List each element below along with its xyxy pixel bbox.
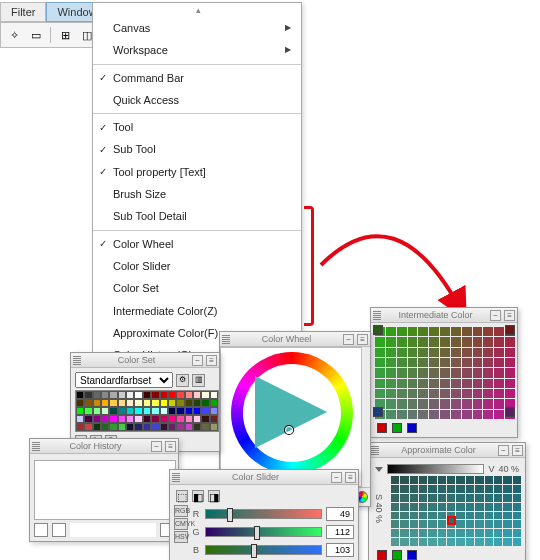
minimize-icon[interactable]: − bbox=[490, 310, 501, 321]
r-label: R bbox=[191, 509, 201, 519]
menu-intermediate[interactable]: Intermediate Color(Z) bbox=[93, 300, 301, 322]
r-slider[interactable] bbox=[205, 509, 322, 519]
menu-quickaccess[interactable]: Quick Access bbox=[93, 89, 301, 111]
fg-swatch[interactable] bbox=[34, 523, 48, 537]
color-wheel-area[interactable] bbox=[220, 347, 362, 487]
color-set-grid[interactable] bbox=[75, 390, 219, 432]
bracket-annotation bbox=[304, 206, 314, 326]
set-tool-icon[interactable]: ⚙ bbox=[176, 374, 189, 387]
tab-rgb[interactable]: RGB bbox=[174, 505, 188, 517]
menu-tool[interactable]: ✓Tool bbox=[93, 116, 301, 138]
panel-title: Approximate Color bbox=[382, 445, 495, 455]
tool-1[interactable]: ✧ bbox=[4, 25, 24, 45]
menu-brush[interactable]: Brush Size bbox=[93, 183, 301, 205]
bg-swatch[interactable] bbox=[52, 523, 66, 537]
gradient-strip[interactable] bbox=[387, 464, 484, 474]
b-value[interactable]: 103 bbox=[326, 543, 354, 557]
menu-icon[interactable]: ≡ bbox=[165, 441, 176, 452]
swatch-row bbox=[375, 423, 513, 433]
minimize-icon[interactable]: − bbox=[151, 441, 162, 452]
menu-subtool[interactable]: ✓Sub Tool bbox=[93, 138, 301, 160]
panel-color-history[interactable]: Color History−≡ bbox=[29, 438, 179, 542]
panel-title: Color Set bbox=[84, 355, 189, 365]
color-set-select[interactable]: Standardfarbset bbox=[75, 372, 173, 388]
v-value: 40 % bbox=[498, 464, 519, 474]
menu-icon[interactable]: ≡ bbox=[345, 472, 356, 483]
mode1-icon[interactable]: ⬚ bbox=[176, 490, 188, 502]
collapse-handle[interactable]: ▴ bbox=[93, 3, 301, 17]
menu-colorwheel[interactable]: ✓Color Wheel bbox=[93, 233, 301, 255]
minimize-icon[interactable]: − bbox=[343, 334, 354, 345]
panel-title: Color Slider bbox=[183, 472, 328, 482]
panel-title: Intermediate Color bbox=[384, 310, 487, 320]
approx-grid[interactable] bbox=[391, 476, 521, 546]
panel-color-slider[interactable]: Color Slider−≡ ⬚ ◧ ◨ RGB CMYK HSV R 49 G bbox=[169, 469, 359, 560]
minimize-icon[interactable]: − bbox=[331, 472, 342, 483]
intermediate-grid[interactable] bbox=[375, 327, 515, 419]
panel-approximate-color[interactable]: Approximate Color−≡ V 40 % S 40 % bbox=[368, 442, 526, 560]
v-label: V bbox=[488, 464, 494, 474]
g-value[interactable]: 112 bbox=[326, 525, 354, 539]
menu-icon[interactable]: ≡ bbox=[504, 310, 515, 321]
menu-subtooldetail[interactable]: Sub Tool Detail bbox=[93, 205, 301, 227]
panel-title: Color History bbox=[43, 441, 148, 451]
slider-modes: ⬚ ◧ ◨ bbox=[174, 489, 354, 503]
toolbar: ✧ ▭ ⊞ ◫ bbox=[0, 22, 101, 48]
r-value[interactable]: 49 bbox=[326, 507, 354, 521]
menu-toolprop[interactable]: ✓Tool property [Text] bbox=[93, 161, 301, 183]
menu-commandbar[interactable]: ✓Command Bar bbox=[93, 67, 301, 89]
g-slider[interactable] bbox=[205, 527, 322, 537]
history-area[interactable] bbox=[34, 460, 176, 520]
set-tool2-icon[interactable]: ▥ bbox=[192, 374, 205, 387]
panel-intermediate-color[interactable]: Intermediate Color−≡ bbox=[370, 307, 518, 438]
menu-colorslider[interactable]: Color Slider bbox=[93, 255, 301, 277]
minimize-icon[interactable]: − bbox=[498, 445, 509, 456]
menu-workspace[interactable]: Workspace bbox=[93, 39, 301, 61]
menu-colorset[interactable]: Color Set bbox=[93, 277, 301, 299]
tool-3[interactable]: ⊞ bbox=[55, 25, 75, 45]
b-label: B bbox=[191, 545, 201, 555]
swatch-row bbox=[375, 550, 521, 560]
wheel-indicator[interactable] bbox=[285, 426, 293, 434]
window-dropdown: ▴ Canvas Workspace ✓Command Bar Quick Ac… bbox=[92, 2, 302, 372]
menu-icon[interactable]: ≡ bbox=[206, 355, 217, 366]
s-label: S 40 % bbox=[374, 494, 384, 523]
menu-icon[interactable]: ≡ bbox=[357, 334, 368, 345]
menu-icon[interactable]: ≡ bbox=[512, 445, 523, 456]
tool-2[interactable]: ▭ bbox=[26, 25, 46, 45]
tab-cmyk[interactable]: CMYK bbox=[174, 518, 188, 530]
b-slider[interactable] bbox=[205, 545, 322, 555]
mode3-icon[interactable]: ◨ bbox=[208, 490, 220, 502]
menu-canvas[interactable]: Canvas bbox=[93, 17, 301, 39]
menu-filter[interactable]: Filter bbox=[0, 2, 46, 22]
mode2-icon[interactable]: ◧ bbox=[192, 490, 204, 502]
tab-hsv[interactable]: HSV bbox=[174, 531, 188, 543]
panel-color-set[interactable]: Color Set−≡ Standardfarbset ⚙ ▥ + ↻ 🗑 bbox=[70, 352, 220, 452]
minimize-icon[interactable]: − bbox=[192, 355, 203, 366]
panel-title: Color Wheel bbox=[233, 334, 340, 344]
g-label: G bbox=[191, 527, 201, 537]
selection-indicator bbox=[447, 516, 456, 525]
dropdown-icon[interactable] bbox=[375, 467, 383, 472]
